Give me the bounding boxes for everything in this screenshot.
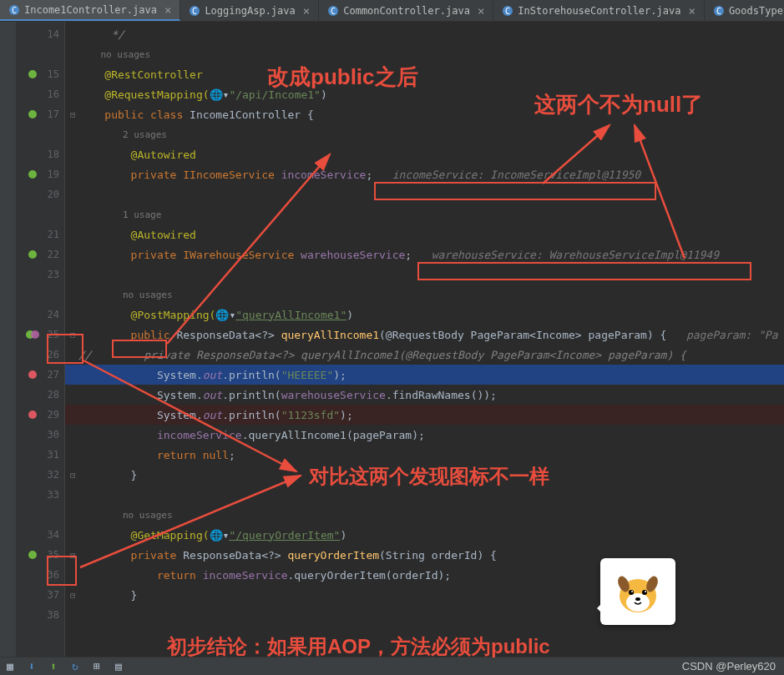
- line-number: 33: [43, 489, 59, 501]
- line-number: 34: [43, 529, 59, 541]
- java-class-icon: C: [189, 5, 200, 17]
- tab-label: GoodsTypeServiceImpl.java: [729, 5, 784, 17]
- refresh-icon[interactable]: ↻: [72, 660, 85, 673]
- vcs-icon[interactable]: ⬆: [50, 660, 63, 673]
- code-text: */: [78, 28, 124, 41]
- watermark: CSDN @Perley620: [682, 660, 776, 672]
- spring-bean-icon[interactable]: [26, 168, 39, 181]
- line-number: 26: [43, 349, 59, 360]
- tool-windows-sidebar: [0, 22, 17, 657]
- code-text: // private ResponseData<?> queryAllIncom…: [78, 349, 686, 361]
- status-bar: ▦ ⬇ ⬆ ↻ ⊞ ▤: [0, 657, 784, 675]
- close-icon[interactable]: ×: [164, 3, 171, 17]
- code-text: @Autowired: [78, 149, 196, 161]
- editor-gutter: 14 15 16 17 18 19 20 21 22 23 24 25 26 2…: [17, 22, 65, 657]
- tab-label: CommonController.java: [343, 5, 470, 17]
- tab-label: LoggingAsp.java: [205, 5, 295, 17]
- usages-hint[interactable]: 2 usages: [78, 129, 167, 140]
- tab-label: Income1Controller.java: [24, 4, 157, 16]
- svg-point-10: [28, 70, 37, 78]
- line-number: 21: [43, 229, 59, 240]
- svg-text:C: C: [716, 7, 721, 16]
- code-text: }: [78, 469, 137, 481]
- svg-text:C: C: [331, 7, 336, 16]
- breakpoint-icon[interactable]: [26, 408, 39, 421]
- svg-point-16: [28, 370, 37, 379]
- usages-hint[interactable]: no usages: [78, 290, 173, 300]
- spring-bean-icon[interactable]: [26, 68, 39, 81]
- globe-icon[interactable]: 🌐▾: [215, 309, 235, 321]
- line-number: 36: [43, 569, 59, 581]
- line-number: 32: [43, 469, 59, 481]
- database-icon[interactable]: ▤: [115, 660, 129, 673]
- svg-point-32: [635, 597, 640, 601]
- svg-point-18: [28, 551, 37, 559]
- svg-point-29: [642, 590, 647, 595]
- close-icon[interactable]: ×: [688, 4, 695, 18]
- code-text: @RequestMapping(: [78, 88, 210, 101]
- svg-text:C: C: [192, 7, 197, 16]
- code-text: @RestController: [78, 68, 203, 81]
- line-number: 24: [43, 309, 59, 320]
- tab-loggingasp[interactable]: C LoggingAsp.java ×: [180, 0, 319, 21]
- usages-hint[interactable]: no usages: [78, 510, 173, 521]
- line-number: 14: [43, 28, 59, 40]
- line-number: 16: [43, 88, 59, 100]
- dog-sticker: [600, 558, 675, 625]
- java-class-icon: C: [327, 5, 339, 17]
- line-number: 23: [43, 269, 59, 280]
- spring-bean-icon[interactable]: [26, 548, 39, 562]
- line-number: 17: [43, 108, 59, 120]
- line-number: 37: [43, 589, 59, 601]
- globe-icon[interactable]: 🌐▾: [210, 529, 230, 542]
- globe-icon[interactable]: 🌐▾: [210, 88, 230, 101]
- tab-income1controller[interactable]: C Income1Controller.java ×: [0, 0, 180, 21]
- line-number: 22: [43, 249, 59, 260]
- svg-point-31: [645, 591, 646, 592]
- svg-point-30: [631, 591, 633, 592]
- java-class-icon: C: [713, 5, 725, 17]
- toolwindow-icon[interactable]: ⊞: [94, 660, 107, 673]
- debug-inline-value: incomeService: IncomeServiceImpl@11950: [372, 169, 640, 181]
- svg-point-25: [626, 593, 650, 612]
- line-number: 19: [43, 169, 59, 180]
- toolwindow-icon[interactable]: ▦: [7, 660, 20, 673]
- line-number: 18: [43, 149, 59, 160]
- svg-point-17: [28, 411, 37, 419]
- line-number: 35: [43, 549, 59, 561]
- line-number: 27: [43, 369, 59, 380]
- java-class-icon: C: [8, 4, 20, 16]
- line-number: 29: [43, 409, 59, 421]
- close-icon[interactable]: ×: [478, 4, 484, 18]
- svg-point-15: [31, 330, 39, 339]
- spring-endpoint-icon[interactable]: [26, 328, 39, 341]
- tab-goodstype[interactable]: C GoodsTypeServiceImpl.java: [705, 0, 784, 21]
- svg-text:C: C: [12, 6, 17, 15]
- usages-hint[interactable]: no usages: [78, 49, 150, 60]
- vcs-icon[interactable]: ⬇: [28, 660, 42, 673]
- code-text: }: [78, 589, 137, 602]
- editor-tabs-bar: C Income1Controller.java × C LoggingAsp.…: [0, 0, 784, 22]
- line-number: 15: [43, 68, 59, 80]
- usages-hint[interactable]: 1 usage: [78, 209, 161, 220]
- line-number: 31: [43, 449, 59, 461]
- tab-instorehouse[interactable]: C InStorehouseController.java ×: [493, 0, 705, 21]
- spring-bean-icon[interactable]: [26, 108, 39, 121]
- line-number: 25: [43, 329, 59, 340]
- line-number: 38: [43, 609, 59, 621]
- line-number: 28: [43, 389, 59, 400]
- java-class-icon: C: [502, 5, 513, 17]
- spring-bean-icon[interactable]: [26, 248, 39, 261]
- svg-text:C: C: [505, 7, 510, 16]
- svg-point-12: [28, 170, 37, 179]
- line-number: 20: [43, 189, 59, 200]
- breakpoint-icon[interactable]: [26, 368, 39, 381]
- code-editor[interactable]: */ no usages @RestController @RequestMap…: [65, 22, 784, 657]
- close-icon[interactable]: ×: [303, 4, 310, 18]
- tab-label: InStorehouseController.java: [518, 5, 680, 17]
- debug-inline-value: warehouseService: WarehouseServiceImpl@1…: [412, 249, 719, 261]
- svg-point-13: [28, 250, 37, 259]
- tab-commoncontroller[interactable]: C CommonController.java ×: [319, 0, 493, 21]
- code-text: @Autowired: [78, 229, 196, 241]
- line-number: 30: [43, 429, 59, 441]
